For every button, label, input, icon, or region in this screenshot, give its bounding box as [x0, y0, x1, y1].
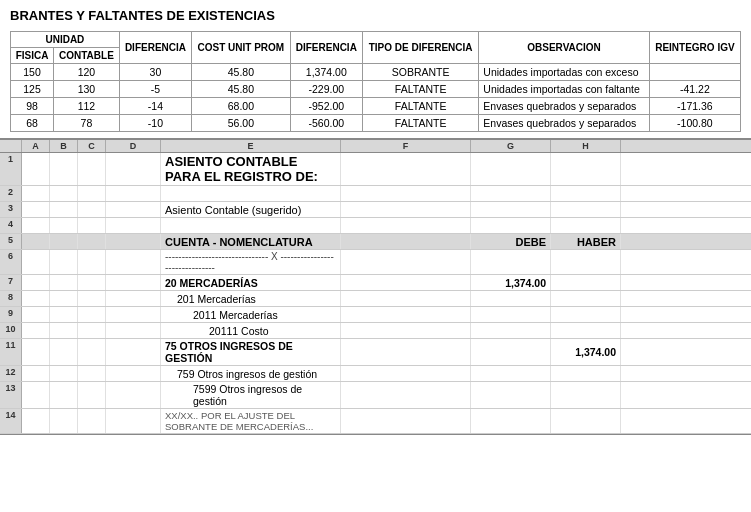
cell-diferencia: -5 [119, 81, 191, 98]
cell-g [471, 339, 551, 365]
cell-c [78, 186, 106, 201]
cell-a [22, 291, 50, 306]
cell-diferencia2: 1,374.00 [290, 64, 362, 81]
cell-contable: 78 [54, 115, 120, 132]
ss-row: 7 20 MERCADERÍAS 1,374.00 [0, 275, 751, 291]
row-number: 6 [0, 250, 22, 274]
cell-c [78, 291, 106, 306]
cell-f [341, 339, 471, 365]
cell-a [22, 275, 50, 290]
cell-h [551, 366, 621, 381]
row-number: 2 [0, 186, 22, 201]
cell-h [551, 186, 621, 201]
cell-cost: 68.00 [192, 98, 291, 115]
col-header-rownum [0, 140, 22, 152]
col-header-b: B [50, 140, 78, 152]
col-header-f: F [341, 140, 471, 152]
cell-e: 20111 Costo [161, 323, 341, 338]
col-header-d: D [106, 140, 161, 152]
row-number: 1 [0, 153, 22, 185]
row-number: 4 [0, 218, 22, 233]
cell-h [551, 275, 621, 290]
cell-f [341, 202, 471, 217]
ss-row: 10 20111 Costo [0, 323, 751, 339]
cell-tipo: FALTANTE [362, 81, 478, 98]
cell-g [471, 202, 551, 217]
cell-a [22, 153, 50, 185]
cell-a [22, 382, 50, 408]
cell-cost: 45.80 [192, 81, 291, 98]
cell-b [50, 153, 78, 185]
cell-b [50, 250, 78, 274]
cell-c [78, 153, 106, 185]
cell-a [22, 202, 50, 217]
cell-f [341, 409, 471, 433]
cell-observacion: Envases quebrados y separados [479, 115, 650, 132]
cell-b [50, 307, 78, 322]
col-headers: A B C D E F G H [0, 140, 751, 153]
row-number: 9 [0, 307, 22, 322]
cell-d [106, 339, 161, 365]
cell-h [551, 409, 621, 433]
ss-row: 12 759 Otros ingresos de gestión [0, 366, 751, 382]
cell-reintegro: -100.80 [649, 115, 740, 132]
cell-a [22, 339, 50, 365]
row-number: 11 [0, 339, 22, 365]
cell-c [78, 202, 106, 217]
cell-c [78, 366, 106, 381]
table-row: 98 112 -14 68.00 -952.00 FALTANTE Envase… [11, 98, 741, 115]
cell-d [106, 250, 161, 274]
cell-g [471, 366, 551, 381]
cell-g [471, 186, 551, 201]
cell-f [341, 275, 471, 290]
cell-d [106, 366, 161, 381]
cell-f [341, 153, 471, 185]
ss-row: 1 ASIENTO CONTABLE PARA EL REGISTRO DE: [0, 153, 751, 186]
cell-e [161, 186, 341, 201]
ss-row: 2 [0, 186, 751, 202]
cell-h [551, 202, 621, 217]
cell-h [551, 218, 621, 233]
ss-row: 5 CUENTA - NOMENCLATURA DEBE HABER [0, 234, 751, 250]
col-header-c: C [78, 140, 106, 152]
ss-row: 3 Asiento Contable (sugerido) [0, 202, 751, 218]
cell-h [551, 382, 621, 408]
header-contable: CONTABLE [54, 48, 120, 64]
cell-b [50, 218, 78, 233]
cell-contable: 112 [54, 98, 120, 115]
row-number: 12 [0, 366, 22, 381]
header-fisica: FISICA [11, 48, 54, 64]
cell-g: DEBE [471, 234, 551, 249]
cell-g: 1,374.00 [471, 275, 551, 290]
cell-d [106, 291, 161, 306]
upper-table: UNIDAD DIFERENCIA COST UNIT PROM DIFEREN… [10, 31, 741, 132]
header-unidad: UNIDAD [11, 32, 120, 48]
cell-f [341, 186, 471, 201]
cell-f [341, 366, 471, 381]
cell-d [106, 202, 161, 217]
cell-f [341, 382, 471, 408]
cell-b [50, 186, 78, 201]
ss-row: 8 201 Mercaderías [0, 291, 751, 307]
cell-b [50, 409, 78, 433]
cell-c [78, 250, 106, 274]
table-row: 68 78 -10 56.00 -560.00 FALTANTE Envases… [11, 115, 741, 132]
ss-row: 11 75 OTROS INGRESOS DE GESTIÓN 1,374.00 [0, 339, 751, 366]
cell-b [50, 323, 78, 338]
cell-c [78, 218, 106, 233]
cell-diferencia: -14 [119, 98, 191, 115]
cell-observacion: Unidades importadas con faltante [479, 81, 650, 98]
cell-h: HABER [551, 234, 621, 249]
row-number: 10 [0, 323, 22, 338]
cell-h: 1,374.00 [551, 339, 621, 365]
cell-h [551, 250, 621, 274]
header-cost-unit-prom: COST UNIT PROM [192, 32, 291, 64]
cell-fisica: 125 [11, 81, 54, 98]
cell-e [161, 218, 341, 233]
row-number: 5 [0, 234, 22, 249]
cell-c [78, 339, 106, 365]
cell-a [22, 323, 50, 338]
cell-diferencia2: -229.00 [290, 81, 362, 98]
ss-row: 6 ------------------------------- X ----… [0, 250, 751, 275]
col-header-g: G [471, 140, 551, 152]
